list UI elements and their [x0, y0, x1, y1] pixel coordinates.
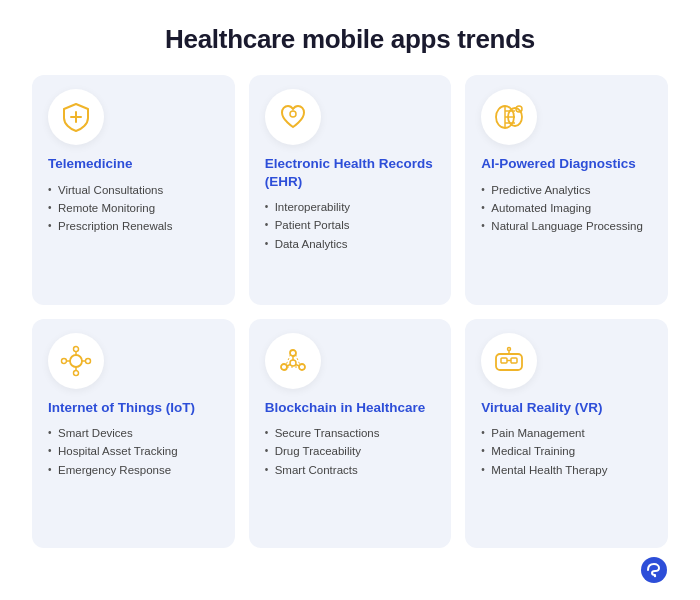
card-vr: Virtual Reality (VR) Pain Management Med… — [465, 319, 668, 549]
svg-point-11 — [86, 358, 91, 363]
ai-icon-circle — [481, 89, 537, 145]
list-item: Interoperability — [265, 198, 350, 216]
ehr-bullets: Interoperability Patient Portals Data An… — [265, 198, 350, 253]
list-item: Secure Transactions — [265, 424, 380, 442]
list-item: Hospital Asset Tracking — [48, 442, 178, 460]
svg-point-7 — [70, 355, 82, 367]
list-item: Data Analytics — [265, 235, 350, 253]
list-item: Virtual Consultations — [48, 181, 172, 199]
brain-icon — [491, 101, 527, 133]
svg-point-32 — [641, 557, 667, 583]
list-item: Drug Traceability — [265, 442, 380, 460]
blockchain-title: Blockchain in Healthcare — [265, 399, 426, 417]
svg-point-16 — [290, 350, 296, 356]
svg-point-2 — [290, 111, 296, 117]
logo-icon — [640, 556, 668, 584]
list-item: Mental Health Therapy — [481, 461, 607, 479]
telemedicine-icon-circle — [48, 89, 104, 145]
iot-bullets: Smart Devices Hospital Asset Tracking Em… — [48, 424, 178, 479]
blockchain-bullets: Secure Transactions Drug Traceability Sm… — [265, 424, 380, 479]
svg-rect-28 — [511, 358, 517, 363]
svg-point-9 — [74, 370, 79, 375]
card-iot: Internet of Things (IoT) Smart Devices H… — [32, 319, 235, 549]
page-title: Healthcare mobile apps trends — [165, 24, 535, 55]
svg-point-8 — [74, 346, 79, 351]
list-item: Smart Contracts — [265, 461, 380, 479]
page: Healthcare mobile apps trends Telemedici… — [0, 0, 700, 600]
cards-grid: Telemedicine Virtual Consultations Remot… — [32, 75, 668, 548]
footer-logo — [640, 556, 668, 584]
list-item: Natural Language Processing — [481, 217, 643, 235]
card-ai-diagnostics: AI-Powered Diagnostics Predictive Analyt… — [465, 75, 668, 305]
vr-icon — [491, 345, 527, 377]
svg-point-10 — [62, 358, 67, 363]
list-item: Remote Monitoring — [48, 199, 172, 217]
card-telemedicine: Telemedicine Virtual Consultations Remot… — [32, 75, 235, 305]
blockchain-icon-circle — [265, 333, 321, 389]
list-item: Emergency Response — [48, 461, 178, 479]
list-item: Medical Training — [481, 442, 607, 460]
iot-icon — [59, 344, 93, 378]
vr-icon-circle — [481, 333, 537, 389]
blockchain-icon — [276, 344, 310, 378]
list-item: Patient Portals — [265, 216, 350, 234]
ai-title: AI-Powered Diagnostics — [481, 155, 636, 173]
svg-point-31 — [508, 347, 511, 350]
vr-title: Virtual Reality (VR) — [481, 399, 602, 417]
svg-rect-27 — [501, 358, 507, 363]
svg-point-33 — [654, 575, 656, 577]
svg-rect-26 — [496, 354, 522, 370]
shield-plus-icon — [60, 101, 92, 133]
svg-point-17 — [281, 364, 287, 370]
telemedicine-bullets: Virtual Consultations Remote Monitoring … — [48, 181, 172, 236]
ai-bullets: Predictive Analytics Automated Imaging N… — [481, 181, 643, 236]
iot-icon-circle — [48, 333, 104, 389]
telemedicine-title: Telemedicine — [48, 155, 133, 173]
list-item: Smart Devices — [48, 424, 178, 442]
iot-title: Internet of Things (IoT) — [48, 399, 195, 417]
svg-point-19 — [290, 360, 296, 366]
ehr-icon-circle — [265, 89, 321, 145]
list-item: Automated Imaging — [481, 199, 643, 217]
list-item: Prescription Renewals — [48, 217, 172, 235]
list-item: Predictive Analytics — [481, 181, 643, 199]
ehr-title: Electronic Health Records (EHR) — [265, 155, 436, 190]
list-item: Pain Management — [481, 424, 607, 442]
card-ehr: Electronic Health Records (EHR) Interope… — [249, 75, 452, 305]
vr-bullets: Pain Management Medical Training Mental … — [481, 424, 607, 479]
card-blockchain: Blockchain in Healthcare Secure Transact… — [249, 319, 452, 549]
svg-point-18 — [299, 364, 305, 370]
heart-icon — [277, 101, 309, 133]
